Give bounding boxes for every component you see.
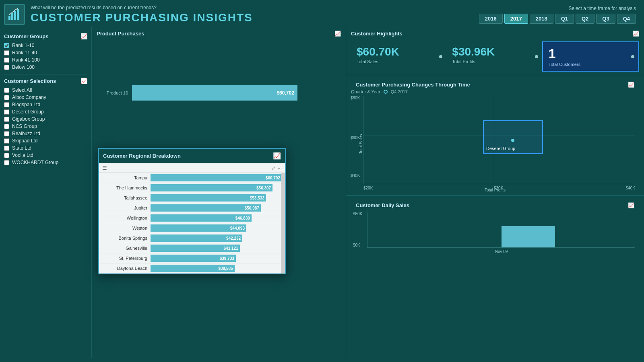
scatter-x-tick-40k: $40K xyxy=(626,186,635,190)
bar-wellington: $46,839 xyxy=(151,214,252,222)
scatter-x-label: Total Profits xyxy=(485,188,506,192)
regional-row-daytona: Daytona Beach $38,585 xyxy=(99,263,285,274)
regional-scrollbar[interactable] xyxy=(281,173,285,274)
product-purchases-header: Product Purchases 📈 xyxy=(92,27,346,38)
group-rank-1-10[interactable]: Rank 1-10 xyxy=(4,42,87,49)
total-profits-label: Total Profits xyxy=(452,59,475,64)
regional-table-wrap: Tampa $60,702 The Hammocks $56,307 xyxy=(99,173,285,274)
regional-toolbar: ☰ ⤢ ··· xyxy=(99,163,285,173)
scatter-area: Total Sales $80K $60K $40K $20K $30K $40… xyxy=(351,96,639,192)
customer-selections-list: Select All Aibox Company Blogspan Ltd De… xyxy=(4,86,87,166)
bar-wrap-bonita: $42,232 xyxy=(151,234,282,243)
group-rank-41-100[interactable]: Rank 41-100 xyxy=(4,56,87,64)
toolbar-expand-icon[interactable]: ⤢ xyxy=(271,165,275,171)
scatter-y-tick-80k: $80K xyxy=(351,96,360,100)
product-16-label: Product 16 xyxy=(100,90,128,95)
total-sales-label: Total Sales xyxy=(357,59,378,64)
purchasing-changes-section: Customer Purchasing Changes Through Time… xyxy=(346,75,644,196)
toolbar-more-icon[interactable]: ··· xyxy=(278,165,282,171)
header: What will be the predicted results based… xyxy=(0,0,644,27)
quarter-value: Q4 2017 xyxy=(391,89,408,94)
bar-stpete: $39,733 xyxy=(151,255,236,262)
groups-chart-icon: 📈 xyxy=(80,33,87,39)
highlight-total-customers: 1 Total Customers xyxy=(542,41,639,72)
regional-row-tampa: Tampa $60,702 xyxy=(99,173,285,183)
sel-select-all[interactable]: Select All xyxy=(4,86,87,94)
daily-bar-chart: $50K $0K Nov 09 xyxy=(367,212,635,248)
customer-highlights-section: Customer Highlights 📈 $60.70K Total Sale… xyxy=(346,27,644,75)
regional-row-gainesville: Gainesville $41,121 xyxy=(99,243,285,253)
header-title: CUSTOMER PURCHASING INSIGHTS xyxy=(31,11,253,24)
regional-chart-icon: 📈 xyxy=(273,152,281,160)
header-subtitle: What will be the predicted results based… xyxy=(31,5,253,10)
q1-button[interactable]: Q1 xyxy=(555,14,574,24)
timeframe-buttons: 2016 2017 2018 Q1 Q2 Q3 Q4 xyxy=(479,14,636,24)
total-customers-label: Total Customers xyxy=(549,62,580,67)
regional-breakdown-overlay: Customer Regional Breakdown 📈 ☰ ⤢ ··· Ta… xyxy=(98,148,286,274)
regional-row-bonita: Bonita Springs $42,232 xyxy=(99,233,285,243)
highlight-total-profits: $30.96K Total Profits xyxy=(446,41,542,72)
regional-row-wellington: Wellington $46,839 xyxy=(99,213,285,223)
regional-row-weston: Weston $44,093 xyxy=(99,223,285,233)
total-sales-value: $60.70K xyxy=(357,45,399,58)
svg-rect-3 xyxy=(17,9,19,20)
daily-x-label-nov09: Nov 09 xyxy=(495,249,508,254)
total-profits-value: $30.96K xyxy=(452,45,495,58)
daily-sales-icon: 📈 xyxy=(628,202,634,208)
sel-gigabox[interactable]: Gigabox Group xyxy=(4,115,87,123)
group-rank-11-40[interactable]: Rank 11-40 xyxy=(4,49,87,56)
logo xyxy=(4,4,25,25)
highlight-total-sales: $60.70K Total Sales xyxy=(351,41,446,72)
customer-selections-title: Customer Selections 📈 xyxy=(4,78,87,84)
sel-blogspan[interactable]: Blogspan Ltd xyxy=(4,101,87,108)
sel-wockhardt[interactable]: WOCKHARDT Group xyxy=(4,159,87,166)
total-customers-value: 1 xyxy=(549,46,556,61)
purchasing-changes-title: Customer Purchasing Changes Through Time xyxy=(356,82,470,88)
year-2017-button[interactable]: 2017 xyxy=(504,14,528,24)
customer-groups-title: Customer Groups 📈 xyxy=(4,33,87,39)
sel-ncs[interactable]: NCS Group xyxy=(4,123,87,130)
scatter-chart: $80K $60K $40K $20K $30K $40K Deseret Gr… xyxy=(363,96,635,184)
regional-title: Customer Regional Breakdown xyxy=(103,153,181,159)
bar-wrap-daytona: $38,585 xyxy=(151,264,282,273)
sel-realbuzz[interactable]: Realbuzz Ltd xyxy=(4,130,87,137)
sel-state[interactable]: State Ltd xyxy=(4,144,87,152)
daily-sales-section: Customer Daily Sales 📈 $50K $0K Nov 09 xyxy=(346,196,644,358)
svg-rect-1 xyxy=(11,13,13,20)
regional-table: Tampa $60,702 The Hammocks $56,307 xyxy=(99,173,285,274)
regional-toolbar-icons: ☰ xyxy=(102,165,107,171)
bar-bonita: $42,232 xyxy=(151,234,242,242)
year-2016-button[interactable]: 2016 xyxy=(479,14,503,24)
customer-highlights-header: Customer Highlights 📈 xyxy=(346,27,644,38)
product-purchases-section: Product Purchases 📈 Product 16 $60,702 xyxy=(92,27,346,164)
q2-button[interactable]: Q2 xyxy=(576,14,594,24)
sel-deseret[interactable]: Deseret Group xyxy=(4,108,87,115)
right-panel: Customer Highlights 📈 $60.70K Total Sale… xyxy=(346,27,644,358)
customer-groups-list: Rank 1-10 Rank 11-40 Rank 41-100 Below 1… xyxy=(4,42,87,71)
sel-skippad[interactable]: Skippad Ltd xyxy=(4,137,87,144)
highlights-chart-icon: 📈 xyxy=(633,31,639,37)
year-2018-button[interactable]: 2018 xyxy=(530,14,553,24)
selections-chart-icon: 📈 xyxy=(80,78,87,84)
quarter-radio[interactable] xyxy=(384,90,388,94)
purchasing-changes-header: Customer Purchasing Changes Through Time… xyxy=(351,78,639,89)
scatter-x-tick-20k: $20K xyxy=(363,186,373,190)
daily-bar-nov09: Nov 09 xyxy=(502,226,555,247)
sel-voolia[interactable]: Voolia Ltd xyxy=(4,152,87,159)
highlights-cards: $60.70K Total Sales $30.96K Total Profit… xyxy=(346,38,644,75)
toolbar-menu-icon[interactable]: ☰ xyxy=(102,165,107,171)
product-bar-wrap: $60,702 xyxy=(132,85,334,101)
group-below-100[interactable]: Below 100 xyxy=(4,64,87,71)
sel-aibox[interactable]: Aibox Company xyxy=(4,94,87,101)
q3-button[interactable]: Q3 xyxy=(596,14,615,24)
product-bar-area: Product 16 $60,702 xyxy=(92,38,346,151)
daily-y-tick-0k: $0K xyxy=(353,243,360,247)
daily-sales-header: Customer Daily Sales 📈 xyxy=(351,199,639,210)
total-profits-dot xyxy=(535,55,538,58)
bar-jupiter: $50,987 xyxy=(151,204,261,212)
bar-wrap-stpete: $39,733 xyxy=(151,254,282,263)
scatter-y-tick-40k: $40K xyxy=(351,173,360,178)
q4-button[interactable]: Q4 xyxy=(617,14,636,24)
regional-row-hammocks: The Hammocks $56,307 xyxy=(99,183,285,193)
bar-wrap-hammocks: $56,307 xyxy=(151,183,282,192)
